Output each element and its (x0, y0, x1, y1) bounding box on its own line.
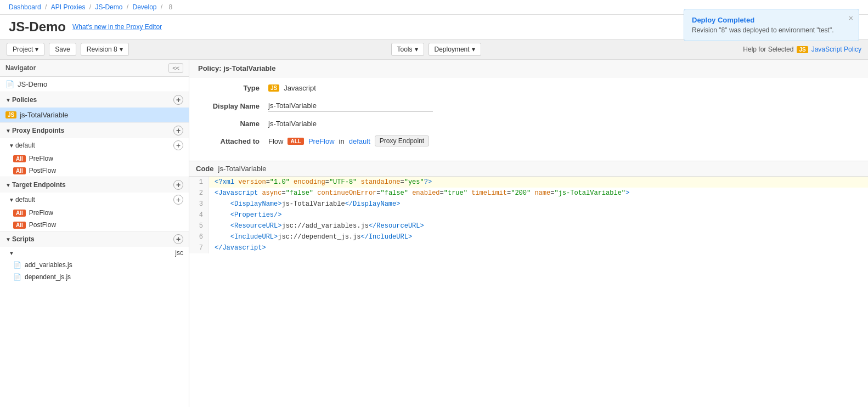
scripts-label: Scripts (12, 235, 35, 243)
type-field-row: Type JS Javascript (202, 84, 855, 92)
target-preflow-item[interactable]: All PreFlow (0, 207, 189, 219)
flow-label: Flow (268, 137, 283, 145)
code-editor[interactable]: 1 <?xml version="1.0" encoding="UTF-8" s… (189, 177, 868, 407)
display-name-input[interactable] (268, 100, 433, 112)
flow-endpoint-link[interactable]: default (349, 137, 370, 145)
sidebar-item-js-demo-label: JS-Demo (18, 80, 47, 88)
flow-link[interactable]: PreFlow (308, 137, 335, 145)
line-number-4: 4 (189, 210, 209, 221)
attached-field-row: Attached to Flow ALL PreFlow in default … (202, 135, 855, 146)
notification-title: Deploy Completed (692, 16, 841, 24)
breadcrumb-js-demo[interactable]: JS-Demo (95, 3, 122, 11)
page-title: JS-Demo (9, 19, 66, 35)
code-line-4: 4 <Properties/> (189, 210, 868, 221)
type-js-badge: JS (268, 84, 279, 92)
main-layout: Navigator << 📄 JS-Demo ▼ Policies + JS j… (0, 60, 868, 407)
script-add-variables[interactable]: 📄 add_variables.js (0, 259, 189, 271)
target-endpoints-label: Target Endpoints (12, 181, 66, 189)
js-badge-help: JS (797, 46, 808, 53)
sidebar-header: Navigator << (0, 60, 189, 77)
name-field-row: Name js-TotalVariable (202, 120, 855, 128)
line-content-5: <ResourceURL>jsc://add_variables.js</Res… (209, 221, 424, 231)
chevron-down-icon-jsc: ▼ (9, 250, 14, 256)
proxy-endpoint-button[interactable]: Proxy Endpoint (375, 135, 429, 146)
add-script-button[interactable]: + (173, 234, 183, 244)
chevron-down-icon-target: ▼ (5, 182, 11, 188)
target-preflow-all-badge: All (13, 210, 26, 217)
add-target-default-button[interactable]: + (173, 195, 183, 205)
display-name-label: Display Name (202, 102, 268, 110)
sidebar-target-default[interactable]: ▼ default + (0, 193, 189, 207)
add-policy-button[interactable]: + (173, 95, 183, 105)
help-label: Help for Selected (743, 46, 793, 53)
add-target-endpoint-button[interactable]: + (173, 180, 183, 190)
sidebar-section-policies[interactable]: ▼ Policies + (0, 92, 189, 108)
add-proxy-endpoint-button[interactable]: + (173, 126, 183, 135)
proxy-postflow-item[interactable]: All PostFlow (0, 165, 189, 177)
display-name-field-row: Display Name (202, 100, 855, 112)
tools-button[interactable]: Tools ▾ (391, 43, 424, 56)
display-name-value (268, 100, 855, 112)
deployment-button[interactable]: Deployment ▾ (429, 43, 481, 56)
type-text: Javascript (284, 84, 316, 92)
breadcrumb-sep-3: / (127, 3, 131, 11)
target-postflow-item[interactable]: All PostFlow (0, 219, 189, 231)
proxy-preflow-item[interactable]: All PreFlow (0, 152, 189, 165)
line-number-1: 1 (189, 177, 209, 188)
notification-message: Revision "8" was deployed to environment… (692, 26, 841, 34)
script-add-variables-label: add_variables.js (25, 261, 72, 269)
tools-chevron-icon: ▾ (415, 46, 418, 53)
project-label: Project (13, 46, 33, 53)
sidebar-collapse-button[interactable]: << (168, 63, 183, 73)
breadcrumb-develop[interactable]: Develop (132, 3, 156, 11)
code-label: Code (196, 165, 214, 173)
policy-info: Policy: js-TotalVariable Type JS Javascr… (189, 60, 868, 161)
project-chevron-icon: ▾ (35, 46, 38, 53)
doc-icon-add-vars: 📄 (13, 261, 21, 269)
save-label: Save (55, 46, 70, 53)
sidebar-scripts-jsc[interactable]: ▼ jsc (0, 247, 189, 259)
policy-fields: Type JS Javascript Display Name Name (189, 77, 868, 161)
code-file-label: js-TotalVariable (218, 165, 267, 173)
code-line-1: 1 <?xml version="1.0" encoding="UTF-8" s… (189, 177, 868, 188)
flow-in-label: in (339, 137, 345, 145)
chevron-down-icon-target-default: ▼ (9, 197, 14, 203)
sidebar-proxy-default[interactable]: ▼ default + (0, 138, 189, 152)
target-preflow-label: PreFlow (29, 209, 53, 217)
proxy-postflow-all-badge: All (13, 167, 26, 174)
revision-label: Revision 8 (87, 46, 117, 53)
sidebar-section-scripts[interactable]: ▼ Scripts + (0, 231, 189, 247)
notification-close-button[interactable]: × (849, 14, 853, 22)
line-content-4: <Properties/> (209, 210, 281, 221)
project-button[interactable]: Project ▾ (7, 43, 44, 56)
help-link[interactable]: JavaScript Policy (811, 46, 861, 53)
sidebar-section-proxy-endpoints[interactable]: ▼ Proxy Endpoints + (0, 122, 189, 138)
revision-button[interactable]: Revision 8 ▾ (81, 43, 129, 56)
sidebar-section-target-endpoints[interactable]: ▼ Target Endpoints + (0, 177, 189, 193)
breadcrumb-api-proxies[interactable]: API Proxies (51, 3, 86, 11)
toolbar: Project ▾ Save Revision 8 ▾ Tools ▾ Depl… (0, 39, 868, 60)
script-dependent-js[interactable]: 📄 dependent_js.js (0, 271, 189, 283)
save-button[interactable]: Save (49, 43, 76, 56)
breadcrumb-sep-2: / (89, 3, 93, 11)
chevron-down-icon: ▼ (5, 97, 11, 103)
navigator-title: Navigator (5, 64, 36, 72)
subtitle-link[interactable]: What's new in the Proxy Editor (72, 23, 162, 31)
proxy-endpoints-label: Proxy Endpoints (12, 127, 64, 134)
line-content-6: <IncludeURL>jsc://dependent_js.js</Inclu… (209, 231, 412, 242)
line-number-7: 7 (189, 242, 209, 253)
sidebar-item-js-totalvariable[interactable]: JS js-TotalVariable (0, 108, 189, 122)
sidebar: Navigator << 📄 JS-Demo ▼ Policies + JS j… (0, 60, 189, 407)
proxy-default-label: default (15, 142, 35, 149)
doc-icon: 📄 (5, 80, 14, 88)
script-dependent-js-label: dependent_js.js (25, 273, 71, 281)
target-postflow-all-badge: All (13, 222, 26, 229)
deployment-chevron-icon: ▾ (472, 46, 475, 53)
policies-label: Policies (12, 96, 37, 104)
breadcrumb-sep-4: / (161, 3, 165, 11)
tools-label: Tools (397, 46, 413, 53)
chevron-down-icon-proxy-default: ▼ (9, 143, 14, 149)
add-proxy-default-button[interactable]: + (173, 140, 183, 150)
sidebar-item-js-demo[interactable]: 📄 JS-Demo (0, 77, 189, 92)
breadcrumb-dashboard[interactable]: Dashboard (9, 3, 41, 11)
